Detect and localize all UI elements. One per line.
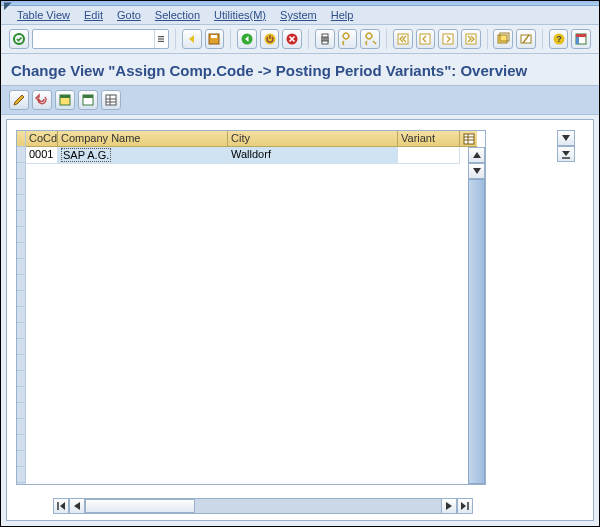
col-header-company-name[interactable]: Company Name	[58, 131, 228, 147]
grid-body: 0001 SAP A.G. Walldorf	[26, 147, 468, 484]
row-selector[interactable]	[17, 211, 26, 227]
page-down-button[interactable]	[557, 130, 575, 146]
svg-rect-5	[211, 35, 217, 38]
row-selector[interactable]	[17, 307, 26, 323]
svg-rect-11	[322, 41, 328, 44]
change-entry-button[interactable]	[9, 90, 29, 110]
row-selector[interactable]	[17, 147, 26, 163]
menu-help[interactable]: Help	[331, 9, 354, 21]
row-selector[interactable]	[17, 227, 26, 243]
table-row[interactable]: 0001 SAP A.G. Walldorf	[26, 147, 468, 164]
shortcut-button[interactable]	[516, 29, 536, 49]
select-all-icon	[58, 93, 72, 107]
row-selector[interactable]	[17, 163, 26, 179]
configure-columns-button[interactable]	[460, 131, 477, 147]
hscroll-first-button[interactable]	[53, 498, 69, 514]
col-header-city[interactable]: City	[228, 131, 398, 147]
nav-back-button[interactable]	[237, 29, 257, 49]
svg-rect-23	[576, 37, 579, 44]
hscroll-track[interactable]	[85, 498, 441, 514]
toolbar-sep	[230, 29, 231, 49]
print-button[interactable]	[315, 29, 335, 49]
table-settings-icon	[104, 93, 118, 107]
scroll-track[interactable]	[468, 179, 485, 484]
select-all-button[interactable]	[55, 90, 75, 110]
exit-button[interactable]	[260, 29, 280, 49]
first-page-button[interactable]	[393, 29, 413, 49]
gutter-header[interactable]	[17, 131, 26, 147]
col-header-cocd[interactable]: CoCd	[26, 131, 58, 147]
row-selector[interactable]	[17, 179, 26, 195]
find-button[interactable]	[338, 29, 358, 49]
toolbar-sep	[308, 29, 309, 49]
menu-utilities[interactable]: Utilities(M)	[214, 9, 266, 21]
scroll-up-button[interactable]	[468, 147, 485, 163]
svg-rect-28	[106, 95, 116, 105]
save-button[interactable]	[205, 29, 225, 49]
next-page-button[interactable]	[438, 29, 458, 49]
row-selector[interactable]	[17, 243, 26, 259]
row-selector[interactable]	[17, 403, 26, 419]
exit-icon	[263, 32, 277, 46]
command-dropdown-icon[interactable]	[154, 30, 168, 48]
cell-variant[interactable]	[398, 147, 460, 164]
layout-button[interactable]	[571, 29, 591, 49]
cancel-button[interactable]	[282, 29, 302, 49]
deselect-all-button[interactable]	[78, 90, 98, 110]
row-selector[interactable]	[17, 195, 26, 211]
find-next-button[interactable]	[360, 29, 380, 49]
help-button[interactable]: ?	[549, 29, 569, 49]
chevron-left-icon	[74, 502, 80, 510]
row-selector[interactable]	[17, 259, 26, 275]
cell-cocd[interactable]: 0001	[26, 147, 58, 164]
hscroll-last-button[interactable]	[457, 498, 473, 514]
row-selector[interactable]	[17, 339, 26, 355]
menu-table-view[interactable]: Table View	[17, 9, 70, 21]
menu-selection[interactable]: Selection	[155, 9, 200, 21]
menu-system[interactable]: System	[280, 9, 317, 21]
table-settings-button[interactable]	[101, 90, 121, 110]
scroll-thumb[interactable]	[468, 179, 485, 484]
hscroll-right-button[interactable]	[441, 498, 457, 514]
svg-rect-25	[60, 95, 70, 98]
menu-goto[interactable]: Goto	[117, 9, 141, 21]
row-selector[interactable]	[17, 467, 26, 483]
new-session-button[interactable]	[493, 29, 513, 49]
cell-company-name[interactable]: SAP A.G.	[58, 147, 228, 164]
page-last-button[interactable]	[557, 146, 575, 162]
last-page-button[interactable]	[461, 29, 481, 49]
row-selector[interactable]	[17, 387, 26, 403]
command-field[interactable]	[32, 29, 169, 49]
row-selector[interactable]	[17, 291, 26, 307]
row-selector[interactable]	[17, 371, 26, 387]
col-header-variant[interactable]: Variant	[398, 131, 460, 147]
row-selector[interactable]	[17, 451, 26, 467]
back-button[interactable]	[182, 29, 202, 49]
enter-button[interactable]	[9, 29, 29, 49]
enter-icon	[12, 32, 26, 46]
svg-rect-14	[443, 34, 453, 44]
menu-edit[interactable]: Edit	[84, 9, 103, 21]
toolbar-sep	[386, 29, 387, 49]
window-menu-icon[interactable]: ◤	[4, 0, 12, 11]
row-selector[interactable]	[17, 435, 26, 451]
svg-rect-16	[498, 35, 507, 43]
cell-city[interactable]: Walldorf	[228, 147, 398, 164]
hscroll-thumb[interactable]	[85, 499, 195, 513]
row-selector[interactable]	[17, 275, 26, 291]
deselect-all-icon	[81, 93, 95, 107]
layout-icon	[574, 32, 588, 46]
row-selector[interactable]	[17, 419, 26, 435]
row-selector[interactable]	[17, 355, 26, 371]
prev-page-button[interactable]	[416, 29, 436, 49]
grid-vertical-scrollbar[interactable]	[468, 147, 485, 484]
titlebar: ◤	[1, 1, 599, 6]
first-page-icon	[396, 32, 410, 46]
hscroll-left-button[interactable]	[69, 498, 85, 514]
chevron-down-icon	[473, 168, 481, 174]
undo-button[interactable]	[32, 90, 52, 110]
row-selector-gutter	[17, 131, 26, 484]
horizontal-scrollbar[interactable]	[53, 498, 473, 514]
row-selector[interactable]	[17, 323, 26, 339]
scroll-down-button[interactable]	[468, 163, 485, 179]
